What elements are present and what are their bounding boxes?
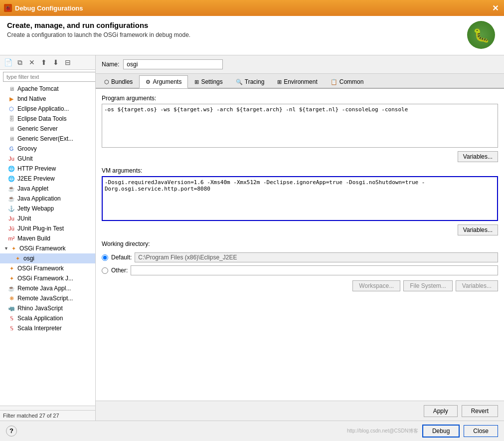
delete-button[interactable]: ✕ bbox=[27, 57, 37, 67]
new-config-button[interactable]: 📄 bbox=[3, 57, 13, 67]
sidebar-item-osgi-framework[interactable]: ✦ OSGi Framework bbox=[0, 263, 95, 273]
tab-environment-label: Environment bbox=[284, 78, 317, 85]
default-radio-label: Default: bbox=[111, 254, 132, 261]
default-radio[interactable] bbox=[102, 254, 108, 261]
name-row: Name: bbox=[96, 55, 504, 74]
vm-args-textarea[interactable] bbox=[102, 176, 498, 221]
sidebar-item-label: bnd Native bbox=[17, 95, 46, 102]
footer-left: ? bbox=[6, 426, 17, 437]
settings-tab-icon: ⊞ bbox=[194, 79, 199, 85]
sidebar-item-java-applet[interactable]: ☕ Java Applet bbox=[0, 184, 95, 194]
close-button-footer[interactable]: Close bbox=[464, 425, 498, 437]
watermark: http://blog.csdn.net@CSDN博客 bbox=[347, 428, 418, 435]
vm-args-container bbox=[102, 176, 498, 222]
apply-button[interactable]: Apply bbox=[424, 405, 458, 417]
title-bar: 🐞 Debug Configurations ✕ bbox=[0, 0, 504, 16]
program-args-container bbox=[102, 104, 498, 149]
sidebar-item-jetty-webapp[interactable]: ⚓ Jetty Webapp bbox=[0, 204, 95, 214]
other-radio[interactable] bbox=[102, 267, 108, 274]
collapse-button[interactable]: ⊟ bbox=[63, 57, 73, 67]
db-icon: 🗄 bbox=[8, 115, 15, 122]
tab-tracing[interactable]: 🔍 Tracing bbox=[229, 75, 271, 88]
junit-plugin-icon: Jü bbox=[8, 225, 15, 232]
main-container: 📄 ⧉ ✕ ⬆ ⬇ ⊟ 🖥 Apache Tomcat ▶ bnd Native… bbox=[0, 55, 504, 421]
sidebar-item-osgi[interactable]: ✦ osgi bbox=[0, 253, 95, 263]
wd-variables-button[interactable]: Variables... bbox=[456, 280, 498, 291]
help-button[interactable]: ? bbox=[6, 426, 17, 437]
sidebar-item-label: Eclipse Applicatio... bbox=[17, 105, 69, 112]
osgi-run-icon: ✦ bbox=[14, 255, 21, 262]
content-area: Name: ⬡ Bundles ⚙ Arguments ⊞ Settings 🔍… bbox=[96, 55, 504, 421]
filter-input[interactable] bbox=[3, 72, 96, 82]
vm-args-variables-button[interactable]: Variables... bbox=[458, 224, 498, 235]
sidebar-item-generic-server[interactable]: 🖥 Generic Server bbox=[0, 124, 95, 134]
sidebar-item-groovy[interactable]: G Groovy bbox=[0, 144, 95, 154]
sidebar-item-label: HTTP Preview bbox=[17, 165, 56, 172]
junit-icon: Ju bbox=[8, 215, 15, 222]
sidebar-item-rhino[interactable]: 🦏 Rhino JavaScript bbox=[0, 303, 95, 313]
header-section: Create, manage, and run configurations C… bbox=[0, 16, 504, 55]
sidebar-item-scala[interactable]: 𝕊 Scala Application bbox=[0, 313, 95, 323]
generic-server-icon: 🖥 bbox=[8, 125, 15, 132]
sidebar-item-label: Remote Java Appl... bbox=[17, 285, 71, 292]
sidebar-item-label: Java Applet bbox=[17, 185, 48, 192]
workspace-button[interactable]: Workspace... bbox=[352, 280, 400, 291]
vm-args-section: VM arguments: Variables... bbox=[102, 167, 498, 235]
tab-bundles-label: Bundles bbox=[111, 78, 133, 85]
tab-bundles[interactable]: ⬡ Bundles bbox=[98, 75, 139, 88]
debug-button[interactable]: Debug bbox=[422, 425, 460, 438]
program-args-textarea[interactable] bbox=[102, 104, 498, 148]
tab-arguments[interactable]: ⚙ Arguments bbox=[139, 75, 188, 88]
tab-environment[interactable]: ⊞ Environment bbox=[271, 75, 324, 88]
sidebar-item-label: Generic Server bbox=[17, 125, 58, 132]
java-app-icon: ☕ bbox=[8, 195, 15, 202]
sidebar-item-generic-server-ext[interactable]: 🖥 Generic Server(Ext... bbox=[0, 134, 95, 144]
tab-settings[interactable]: ⊞ Settings bbox=[188, 75, 229, 88]
scala-interp-icon: 𝕊 bbox=[8, 325, 15, 332]
sidebar-item-junit[interactable]: Ju JUnit bbox=[0, 214, 95, 223]
import-button[interactable]: ⬇ bbox=[51, 57, 61, 67]
sidebar-item-java-application[interactable]: ☕ Java Application bbox=[0, 194, 95, 204]
sidebar-item-junit-plugin[interactable]: Jü JUnit Plug-in Test bbox=[0, 223, 95, 233]
footer-right: http://blog.csdn.net@CSDN博客 Debug Close bbox=[347, 425, 498, 438]
revert-button[interactable]: Revert bbox=[462, 405, 498, 417]
env-tab-icon: ⊞ bbox=[277, 79, 282, 85]
sidebar-item-label: Scala Application bbox=[17, 315, 63, 322]
scala-icon: 𝕊 bbox=[8, 315, 15, 322]
sidebar-item-bnd-native[interactable]: ▶ bnd Native bbox=[0, 94, 95, 104]
sidebar-item-apache-tomcat[interactable]: 🖥 Apache Tomcat bbox=[0, 84, 95, 94]
sidebar-item-eclipse-application[interactable]: ⬡ Eclipse Applicatio... bbox=[0, 104, 95, 114]
sidebar-item-j2ee-preview[interactable]: 🌐 J2EE Preview bbox=[0, 174, 95, 184]
apply-revert-bar: Apply Revert bbox=[96, 401, 504, 421]
expand-icon: ▼ bbox=[4, 246, 8, 251]
sidebar-item-remote-java[interactable]: ☕ Remote Java Appl... bbox=[0, 283, 95, 293]
export-button[interactable]: ⬆ bbox=[39, 57, 49, 67]
sidebar-item-label: JUnit Plug-in Test bbox=[17, 225, 64, 232]
common-tab-icon: 📋 bbox=[331, 79, 337, 85]
eclipse-icon: ⬡ bbox=[8, 105, 15, 112]
sidebar-item-label: Scala Interpreter bbox=[17, 325, 62, 332]
name-input[interactable] bbox=[123, 59, 223, 69]
http-icon: 🌐 bbox=[8, 165, 15, 172]
sidebar-item-scala-interp[interactable]: 𝕊 Scala Interpreter bbox=[0, 323, 95, 333]
filesystem-button[interactable]: File System... bbox=[403, 280, 453, 291]
sidebar-item-label: Apache Tomcat bbox=[17, 85, 59, 92]
app-icon: 🐞 bbox=[4, 4, 12, 12]
bundles-tab-icon: ⬡ bbox=[104, 79, 109, 85]
duplicate-button[interactable]: ⧉ bbox=[15, 57, 25, 67]
tab-common[interactable]: 📋 Common bbox=[324, 75, 370, 88]
sidebar-item-osgi-framework-j[interactable]: ✦ OSGi Framework J... bbox=[0, 273, 95, 283]
program-args-variables-button[interactable]: Variables... bbox=[458, 151, 498, 162]
sidebar-item-remote-js[interactable]: ❋ Remote JavaScript... bbox=[0, 293, 95, 303]
other-path-input[interactable] bbox=[131, 265, 498, 275]
close-button[interactable]: ✕ bbox=[490, 3, 500, 13]
j2ee-icon: 🌐 bbox=[8, 175, 15, 182]
tab-arguments-label: Arguments bbox=[153, 78, 181, 85]
sidebar-item-gunit[interactable]: Ju GUnit bbox=[0, 154, 95, 164]
sidebar-group-osgi[interactable]: ▼ ✦ OSGi Framework bbox=[0, 243, 95, 253]
sidebar-item-maven[interactable]: m² Maven Build bbox=[0, 233, 95, 243]
sidebar-item-label: Java Application bbox=[17, 195, 61, 202]
sidebar-item-eclipse-data-tools[interactable]: 🗄 Eclipse Data Tools bbox=[0, 114, 95, 124]
sidebar-item-http-preview[interactable]: 🌐 HTTP Preview bbox=[0, 164, 95, 174]
other-radio-row: Other: bbox=[102, 265, 498, 275]
